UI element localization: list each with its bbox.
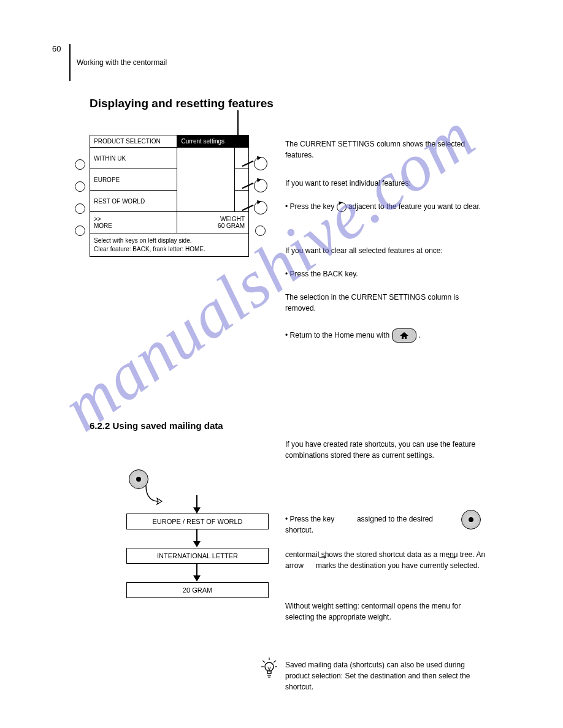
panel-footer: Select with keys on left display side. C… (90, 233, 249, 257)
flow-line (196, 529, 197, 542)
display-panel: PRODUCT SELECTION Current settings WITHI… (90, 135, 249, 257)
body-text: centormail shows the stored shortcut dat… (285, 549, 488, 571)
svg-line-2 (274, 661, 276, 662)
body-text: • Press the key adjacent to the feature … (285, 201, 488, 212)
soft-key-left-icon (75, 181, 85, 192)
home-button-icon (392, 328, 416, 343)
panel-row: EUROPE (90, 169, 177, 191)
header-divider (69, 44, 71, 81)
body-text: Without weight setting: centormail opens… (285, 601, 488, 623)
soft-key-left-icon (75, 226, 85, 236)
arrow-down-icon (193, 575, 201, 582)
tip-text: Saved mailing data (shortcuts) can also … (285, 659, 488, 692)
arrow-down-icon (193, 507, 201, 514)
rotary-key-icon (254, 179, 267, 192)
panel-header-left: PRODUCT SELECTION (90, 135, 177, 148)
flow-box: EUROPE / REST OF WORLD (126, 514, 269, 529)
shortcut-key-icon (461, 510, 481, 529)
lightbulb-icon (261, 657, 278, 680)
rotary-key-inline-icon (337, 202, 347, 212)
soft-key-left-icon (75, 203, 85, 214)
panel-row: REST OF WORLD (90, 191, 177, 212)
panel-row: WITHIN UK (90, 148, 177, 169)
curved-arrow-icon (145, 484, 163, 505)
flow-box: 20 GRAM (126, 582, 269, 598)
flow-line (196, 495, 197, 509)
page-subtitle: Displaying and resetting features (90, 97, 274, 110)
soft-key-left-icon (75, 159, 85, 170)
panel-top-connector (237, 110, 239, 137)
section-title: Working with the centormail (77, 58, 167, 67)
body-text: • Press the key assigned to the desired … (285, 514, 454, 536)
panel-weight-cell: WEIGHT 60 GRAM (177, 212, 249, 233)
panel-more: >>MORE (90, 212, 177, 233)
flow-box: INTERNATIONAL LETTER (126, 548, 269, 564)
weight-value: 60 GRAM (218, 222, 245, 229)
body-text: If you want to reset individual features… (285, 178, 488, 189)
arrow-down-icon (193, 541, 201, 547)
body-text: The CURRENT SETTINGS column shows the se… (285, 138, 488, 161)
body-text: • Return to the Home menu with . (285, 328, 488, 343)
weight-label: WEIGHT (220, 216, 245, 222)
page-number: 60 (52, 44, 61, 53)
body-text: • Press the BACK key. (285, 268, 488, 279)
svg-line-1 (262, 661, 265, 662)
rotary-key-icon (254, 157, 267, 170)
subsection-heading: 6.2.2 Using saved mailing data (90, 420, 223, 431)
body-text: If you want to clear all selected featur… (285, 245, 488, 256)
body-text: If you have created rate shortcuts, you … (285, 439, 494, 461)
soft-key-right-icon (255, 226, 266, 236)
body-text: The selection in the CURRENT SETTINGS co… (285, 292, 488, 314)
flow-line (196, 563, 197, 577)
rotary-key-icon (254, 201, 267, 214)
panel-header-right: Current settings (177, 135, 249, 148)
